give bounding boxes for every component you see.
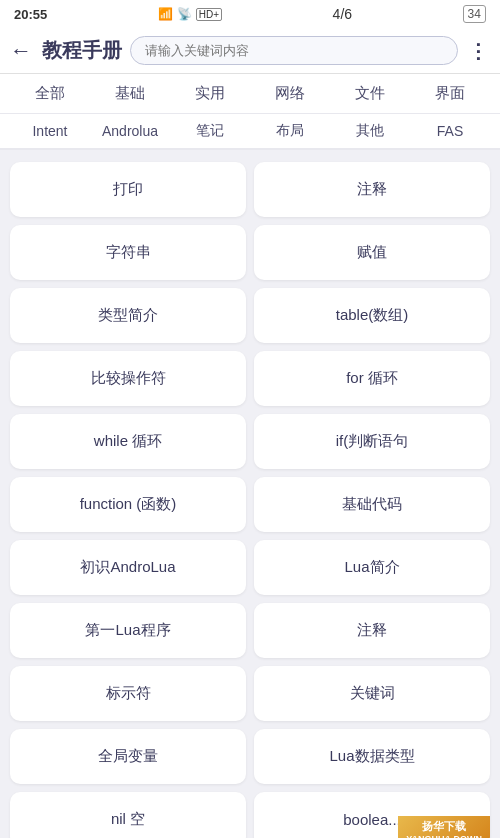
tab-intent[interactable]: Intent xyxy=(10,115,90,147)
card-first-lua[interactable]: 第一Lua程序 xyxy=(10,603,246,658)
card-string[interactable]: 字符串 xyxy=(10,225,246,280)
card-boolean-text: boolea... xyxy=(343,811,401,828)
card-assign[interactable]: 赋值 xyxy=(254,225,490,280)
page-indicator: 4/6 xyxy=(333,6,352,22)
status-icons: 📶 📡 HD+ xyxy=(158,7,222,21)
page-title: 教程手册 xyxy=(42,37,122,64)
card-comment[interactable]: 注释 xyxy=(254,162,490,217)
card-identifier[interactable]: 标示符 xyxy=(10,666,246,721)
tab-file[interactable]: 文件 xyxy=(330,74,410,113)
card-compare[interactable]: 比较操作符 xyxy=(10,351,246,406)
tab-network[interactable]: 网络 xyxy=(250,74,330,113)
search-input[interactable] xyxy=(130,36,458,65)
card-androlua-intro[interactable]: 初识AndroLua xyxy=(10,540,246,595)
content-grid: 打印 注释 字符串 赋值 类型简介 table(数组) 比较操作符 for 循环… xyxy=(0,158,500,838)
card-type-intro[interactable]: 类型简介 xyxy=(10,288,246,343)
grid-row-4: while 循环 if(判断语句 xyxy=(10,414,490,469)
card-while-loop[interactable]: while 循环 xyxy=(10,414,246,469)
tab-basic[interactable]: 基础 xyxy=(90,74,170,113)
grid-row-8: 标示符 关键词 xyxy=(10,666,490,721)
card-lua-datatype[interactable]: Lua数据类型 xyxy=(254,729,490,784)
signal-icon: 📶 xyxy=(158,7,173,21)
grid-row-6: 初识AndroLua Lua简介 xyxy=(10,540,490,595)
category-tabs-row2: Intent Androlua 笔记 布局 其他 FAS xyxy=(0,114,500,150)
watermark-badge: 扬华下载 YANGHUA.DOWN xyxy=(398,816,490,838)
tab-practical[interactable]: 实用 xyxy=(170,74,250,113)
grid-row-3: 比较操作符 for 循环 xyxy=(10,351,490,406)
tab-androlua[interactable]: Androlua xyxy=(90,115,170,147)
more-button[interactable]: ⋮ xyxy=(466,39,490,63)
grid-row-1: 字符串 赋值 xyxy=(10,225,490,280)
watermark-site: 扬华下载 xyxy=(406,819,482,834)
status-time: 20:55 xyxy=(14,7,47,22)
card-nil[interactable]: nil 空 xyxy=(10,792,246,838)
grid-row-0: 打印 注释 xyxy=(10,162,490,217)
card-boolean[interactable]: boolea... 扬华下载 YANGHUA.DOWN xyxy=(254,792,490,838)
card-function[interactable]: function (函数) xyxy=(10,477,246,532)
card-comment2[interactable]: 注释 xyxy=(254,603,490,658)
battery-indicator: 34 xyxy=(463,5,486,23)
wifi-icon: 📡 xyxy=(177,7,192,21)
card-for-loop[interactable]: for 循环 xyxy=(254,351,490,406)
watermark-url: YANGHUA.DOWN xyxy=(406,834,482,838)
card-if[interactable]: if(判断语句 xyxy=(254,414,490,469)
tab-notes[interactable]: 笔记 xyxy=(170,114,250,148)
status-bar: 20:55 📶 📡 HD+ 4/6 34 xyxy=(0,0,500,28)
grid-row-7: 第一Lua程序 注释 xyxy=(10,603,490,658)
tab-fas[interactable]: FAS xyxy=(410,115,490,147)
category-tabs-row1: 全部 基础 实用 网络 文件 界面 xyxy=(0,74,500,114)
card-print[interactable]: 打印 xyxy=(10,162,246,217)
card-global-var[interactable]: 全局变量 xyxy=(10,729,246,784)
card-keyword[interactable]: 关键词 xyxy=(254,666,490,721)
card-lua-intro[interactable]: Lua简介 xyxy=(254,540,490,595)
card-basic-code[interactable]: 基础代码 xyxy=(254,477,490,532)
top-nav: ← 教程手册 ⋮ xyxy=(0,28,500,74)
back-button[interactable]: ← xyxy=(10,38,34,64)
tab-other[interactable]: 其他 xyxy=(330,114,410,148)
grid-row-2: 类型简介 table(数组) xyxy=(10,288,490,343)
hd-icon: HD+ xyxy=(196,8,222,21)
tab-all[interactable]: 全部 xyxy=(10,74,90,113)
grid-row-5: function (函数) 基础代码 xyxy=(10,477,490,532)
grid-row-9: 全局变量 Lua数据类型 xyxy=(10,729,490,784)
card-table[interactable]: table(数组) xyxy=(254,288,490,343)
grid-row-10: nil 空 boolea... 扬华下载 YANGHUA.DOWN xyxy=(10,792,490,838)
tab-ui[interactable]: 界面 xyxy=(410,74,490,113)
tab-layout[interactable]: 布局 xyxy=(250,114,330,148)
